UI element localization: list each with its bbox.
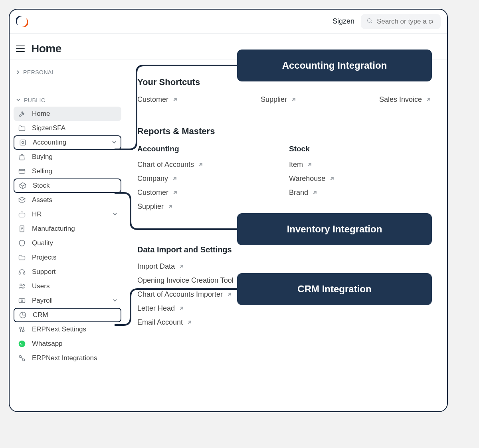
shortcut-customer[interactable]: Customer	[137, 95, 178, 104]
sidebar-item-accounting[interactable]: Accounting	[14, 135, 121, 150]
sidebar-group-personal[interactable]: PERSONAL	[14, 67, 121, 83]
reports-columns: Accounting Chart of Accounts Company Cus…	[137, 145, 435, 216]
external-link-icon	[168, 204, 173, 209]
svg-point-22	[22, 330, 24, 332]
users-icon	[18, 282, 26, 291]
sidebar-item-support[interactable]: Support	[14, 265, 121, 279]
sidebar-group-personal-label: PERSONAL	[23, 69, 55, 75]
tools-icon	[18, 109, 26, 118]
svg-line-1	[371, 22, 372, 23]
external-link-icon	[179, 264, 184, 269]
link-brand[interactable]: Brand	[289, 188, 393, 197]
sidebar-item-erpnext-integrations[interactable]: ERPNext Integrations	[14, 351, 121, 365]
cube-icon	[18, 196, 26, 204]
external-link-icon	[312, 190, 317, 195]
building-icon	[18, 224, 26, 233]
headset-icon	[18, 268, 26, 276]
pie-chart-icon	[18, 311, 27, 319]
svg-point-0	[368, 18, 371, 22]
chevron-down-icon	[113, 297, 117, 305]
sidebar-item-label: ERPNext Settings	[32, 325, 86, 333]
sidebar-item-label: CRM	[33, 311, 48, 319]
link-supplier[interactable]: Supplier	[137, 202, 241, 211]
search-input[interactable]	[377, 18, 433, 26]
shortcut-label: Customer	[137, 95, 168, 104]
app-window: Sigzen Home PERSONAL PUBLIC	[9, 9, 448, 412]
sidebar-item-buying[interactable]: Buying	[14, 150, 121, 164]
external-link-icon	[329, 176, 335, 181]
sidebar-item-erpnext-settings[interactable]: ERPNext Settings	[14, 322, 121, 337]
shortcut-label: Sales Invoice	[379, 95, 422, 104]
svg-rect-8	[20, 226, 24, 232]
svg-point-21	[20, 327, 22, 329]
sidebar-item-selling[interactable]: Selling	[14, 164, 121, 178]
chevron-down-icon	[112, 139, 117, 147]
external-link-icon	[187, 320, 192, 325]
link-import-data[interactable]: Import Data	[137, 262, 435, 271]
reports-title: Reports & Masters	[137, 126, 435, 137]
box-icon	[18, 181, 27, 190]
briefcase-icon	[18, 210, 26, 219]
integrations-icon	[18, 354, 26, 363]
svg-rect-4	[19, 169, 25, 173]
sidebar-item-label: Manufacturing	[32, 225, 75, 233]
sidebar-item-users[interactable]: Users	[14, 279, 121, 293]
link-warehouse[interactable]: Warehouse	[289, 174, 393, 183]
bag-icon	[18, 153, 26, 161]
sidebar-item-label: Whatsapp	[32, 340, 63, 348]
svg-point-17	[23, 284, 24, 286]
sidebar-item-quality[interactable]: Quality	[14, 236, 121, 250]
link-letter-head[interactable]: Letter Head	[137, 304, 435, 313]
sidebar-item-manufacturing[interactable]: Manufacturing	[14, 222, 121, 236]
sidebar-item-label: Selling	[32, 167, 52, 175]
logo-icon	[16, 16, 28, 28]
external-link-icon	[198, 162, 203, 167]
chevron-right-icon	[16, 69, 20, 75]
chevron-down-icon	[113, 210, 117, 218]
sidebar-item-payroll[interactable]: Payroll	[14, 293, 121, 308]
external-link-icon	[426, 97, 431, 102]
folder-icon	[18, 124, 26, 133]
folder-icon	[18, 253, 26, 262]
shortcut-sales-invoice[interactable]: Sales Invoice	[379, 95, 431, 104]
hamburger-icon[interactable]	[16, 46, 25, 52]
sidebar-item-label: Accounting	[33, 139, 66, 147]
svg-point-25	[19, 341, 26, 347]
ledger-icon	[18, 138, 27, 147]
link-item[interactable]: Item	[289, 161, 393, 169]
sidebar-item-label: Home	[32, 110, 50, 118]
sidebar-item-label: Buying	[32, 153, 53, 161]
sidebar-item-projects[interactable]: Projects	[14, 250, 121, 265]
sidebar-item-label: Assets	[32, 196, 52, 204]
sidebar-item-sigzensfa[interactable]: SigzenSFA	[14, 121, 121, 135]
callout-accounting: Accounting Integration	[237, 50, 432, 81]
callout-inventory: Inventory Integration	[237, 213, 432, 245]
sidebar-item-home[interactable]: Home	[14, 107, 121, 121]
col-title-accounting: Accounting	[137, 145, 241, 153]
sidebar-item-assets[interactable]: Assets	[14, 193, 121, 207]
link-company[interactable]: Company	[137, 174, 241, 183]
link-email-account[interactable]: Email Account	[137, 318, 435, 327]
svg-rect-14	[19, 272, 20, 274]
sidebar-group-public[interactable]: PUBLIC	[14, 95, 121, 107]
sidebar-item-stock[interactable]: Stock	[14, 178, 121, 193]
sidebar-item-label: SigzenSFA	[32, 124, 65, 132]
svg-rect-18	[19, 299, 25, 303]
link-customer[interactable]: Customer	[137, 188, 241, 197]
page-title: Home	[31, 42, 61, 55]
link-chart-of-accounts[interactable]: Chart of Accounts	[137, 161, 241, 169]
settings-icon	[18, 325, 26, 334]
sidebar-item-crm[interactable]: CRM	[14, 308, 121, 322]
shortcut-supplier[interactable]: Supplier	[261, 95, 296, 104]
sidebar-item-label: Stock	[33, 182, 50, 190]
callout-crm: CRM Integration	[237, 273, 432, 305]
search-box[interactable]	[361, 14, 441, 29]
sidebar-item-label: Support	[32, 268, 56, 276]
sidebar-item-hr[interactable]: HR	[14, 207, 121, 222]
sidebar-item-whatsapp[interactable]: Whatsapp	[14, 337, 121, 351]
svg-point-16	[20, 284, 22, 286]
data-import-title: Data Import and Settings	[137, 245, 435, 254]
company-name[interactable]: Sigzen	[333, 17, 354, 26]
sidebar-item-label: HR	[32, 210, 42, 218]
card-icon	[18, 167, 26, 176]
